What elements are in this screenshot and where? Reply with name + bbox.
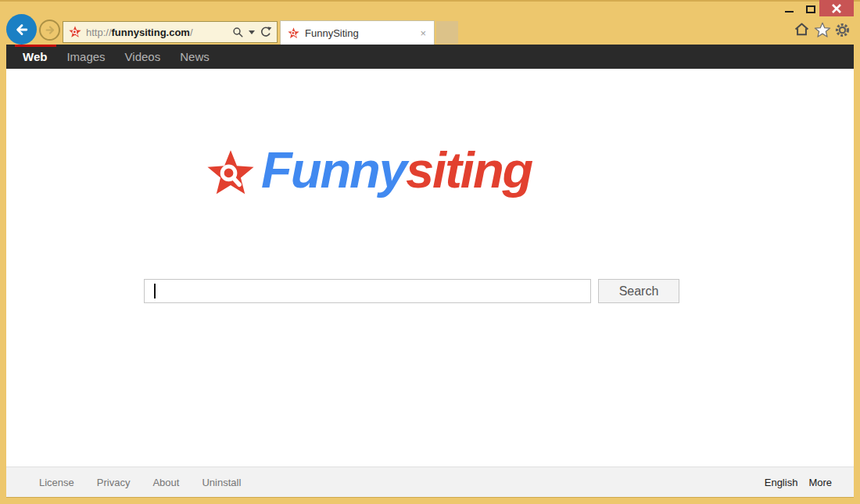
url-text[interactable]: http://funnysiting.com/ (86, 27, 232, 38)
nav-item-images[interactable]: Images (66, 50, 105, 63)
footer-link-more[interactable]: More (808, 477, 832, 488)
back-arrow-icon (13, 22, 30, 38)
logo-text-red: siting (406, 141, 532, 198)
minimize-icon (785, 11, 794, 13)
new-tab-button[interactable] (436, 21, 458, 44)
back-button[interactable] (6, 14, 37, 45)
footer-link-uninstall[interactable]: Uninstall (202, 477, 241, 488)
minimize-button[interactable] (778, 0, 800, 16)
search-input[interactable] (144, 279, 591, 303)
nav-item-web[interactable]: Web (23, 50, 47, 63)
browser-window: { "window": { "controls": { "minimize": … (0, 0, 860, 504)
close-window-button[interactable] (819, 0, 854, 16)
maximize-button[interactable] (800, 0, 822, 16)
settings-button[interactable] (833, 21, 851, 38)
home-icon (794, 22, 810, 38)
page-content: Funnysiting Search (6, 69, 854, 466)
refresh-icon[interactable] (260, 26, 272, 38)
browser-chrome: http://funnysiting.com/ FunnySiting × (0, 0, 860, 45)
footer-link-privacy[interactable]: Privacy (97, 477, 131, 488)
logo-star-icon (206, 149, 255, 198)
footer-link-about[interactable]: About (152, 477, 179, 488)
address-dropdown-caret-icon[interactable] (249, 30, 255, 34)
site-navbar: Web Images Videos News (6, 45, 854, 69)
search-button[interactable]: Search (598, 279, 679, 303)
footer-link-license[interactable]: License (39, 477, 74, 488)
favorites-button[interactable] (813, 21, 831, 38)
close-icon (831, 4, 842, 13)
site-favicon-icon (69, 26, 81, 38)
forward-button[interactable] (39, 20, 60, 41)
home-button[interactable] (793, 21, 811, 38)
url-path: / (190, 27, 193, 38)
favorites-star-icon (814, 22, 831, 38)
nav-item-videos[interactable]: Videos (125, 50, 161, 63)
browser-tab[interactable]: FunnySiting × (280, 20, 435, 45)
settings-gear-icon (834, 22, 851, 38)
url-host: funnysiting.com (112, 27, 190, 38)
nav-item-news[interactable]: News (180, 50, 210, 63)
page-footer: License Privacy About Uninstall English … (6, 466, 854, 498)
text-cursor (154, 284, 156, 298)
tab-title: FunnySiting (305, 27, 418, 39)
logo-text-blue: Funny (261, 141, 406, 198)
forward-arrow-icon (44, 24, 56, 36)
tab-close-icon[interactable]: × (418, 28, 428, 38)
logo-text: Funnysiting (261, 144, 532, 197)
maximize-icon (806, 5, 815, 13)
tab-favicon-icon (288, 27, 299, 39)
url-scheme: http:// (86, 27, 112, 38)
footer-link-english[interactable]: English (765, 477, 798, 488)
address-bar[interactable]: http://funnysiting.com/ (63, 21, 278, 43)
site-logo: Funnysiting (206, 143, 532, 198)
search-magnifier-icon[interactable] (232, 27, 244, 38)
